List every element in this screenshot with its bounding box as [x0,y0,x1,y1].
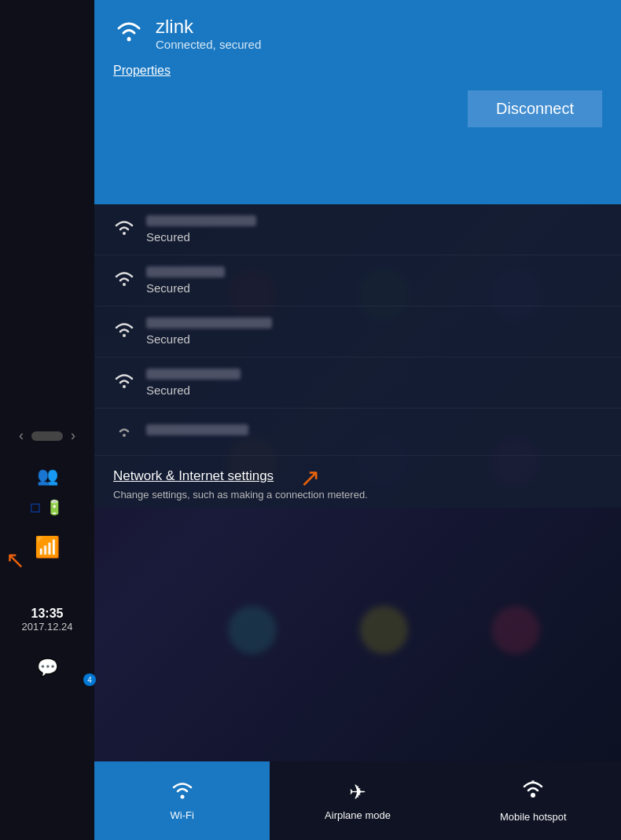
wifi-icon-1 [113,218,135,242]
network-name: zlink [156,16,261,38]
wifi-icon-4 [113,371,135,395]
wifi-icon-5 [113,420,135,444]
wifi-quick-button[interactable]: Wi-Fi [94,761,270,840]
svg-point-3 [123,334,126,337]
network-name-blurred-1 [146,215,256,226]
network-status-3: Secured [146,332,272,346]
people-icon: 👥 [37,466,58,486]
network-list: Secured Secured [94,204,621,456]
network-name-blurred-2 [146,266,225,277]
connected-info: zlink Connected, secured [156,16,261,51]
airplane-quick-label: Airplane mode [325,809,391,821]
nav-left-arrow[interactable]: ‹ [14,424,28,447]
chat-icon: 💬 [37,658,58,678]
wifi-icon-2 [113,269,135,293]
network-name-blurred-5 [146,424,248,435]
wifi-connected-icon [113,17,145,50]
network-item-info-2: Secured [146,266,225,295]
svg-point-7 [531,793,535,798]
network-item-info-1: Secured [146,215,256,244]
connected-network-card: zlink Connected, secured Properties Disc… [94,0,621,204]
airplane-quick-icon: ✈ [349,780,366,805]
network-item[interactable]: Secured [94,306,621,358]
network-status-4: Secured [146,383,241,397]
wifi-quick-label: Wi-Fi [171,809,194,821]
svg-point-4 [123,385,126,388]
wifi-icon-3 [113,320,135,344]
svg-point-2 [123,283,126,286]
network-settings-desc: Change settings, such as making a connec… [113,489,368,501]
time-container: 13:35 2017.12.24 [21,594,72,645]
properties-link[interactable]: Properties [113,64,602,78]
date: 2017.12.24 [21,621,72,633]
network-status: Connected, secured [156,38,261,51]
svg-point-1 [123,232,126,235]
svg-point-6 [180,794,184,798]
network-item-info-4: Secured [146,369,241,397]
network-status-2: Secured [146,281,225,295]
quick-actions-bar: Wi-Fi ✈ Airplane mode Mobile hotspot [94,761,621,840]
network-footer: Network & Internet settings ↗ Change set… [94,456,621,508]
hotspot-quick-icon [522,779,544,806]
network-item[interactable]: Secured [94,255,621,306]
orange-arrow-left: ↖ [6,546,25,574]
svg-point-5 [123,434,126,437]
svg-point-0 [127,38,131,42]
people-icon-container[interactable]: 👥 [0,460,94,493]
network-item[interactable]: Secured [94,358,621,409]
network-item-info-5 [146,424,248,439]
disconnect-button[interactable]: Disconnect [468,90,602,127]
network-name-blurred-4 [146,369,241,380]
network-item-info-3: Secured [146,317,272,346]
expand-row: □ 🔋 [0,493,94,523]
nav-scroll [31,431,63,441]
connected-header: zlink Connected, secured [113,16,602,51]
wifi-icon: 📶 [35,535,60,559]
network-item[interactable] [94,409,621,456]
battery-icon: 🔋 [46,499,63,516]
network-item[interactable]: Secured [94,204,621,255]
taskbar-nav: ‹ › [14,424,80,447]
network-panel: zlink Connected, secured Properties Disc… [94,0,621,840]
clock: 13:35 [21,607,72,621]
svg-point-8 [531,780,535,783]
wifi-container[interactable]: 📶 ↖ [0,529,94,566]
chat-icon-container[interactable]: 💬 4 [0,651,94,684]
network-status-1: Secured [146,230,256,244]
nav-right-arrow[interactable]: › [66,424,80,447]
network-settings-link[interactable]: Network & Internet settings [113,468,274,484]
network-name-blurred-3 [146,317,272,328]
hotspot-quick-label: Mobile hotspot [500,811,567,823]
airplane-quick-button[interactable]: ✈ Airplane mode [270,761,445,840]
hotspot-quick-button[interactable]: Mobile hotspot [446,761,621,840]
wifi-quick-icon [171,781,193,805]
dropbox-icon[interactable]: □ [31,500,40,516]
taskbar: ‹ › 👥 □ 🔋 📶 ↖ 13:35 2017.12.24 💬 4 [0,0,94,840]
